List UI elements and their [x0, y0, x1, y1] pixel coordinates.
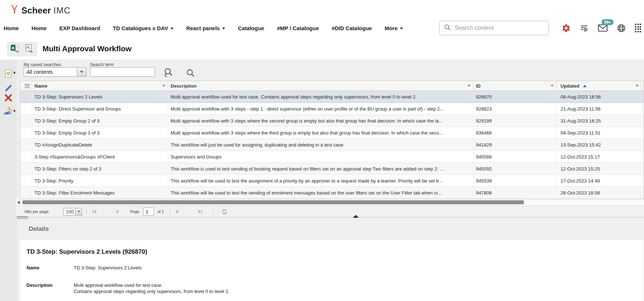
cell-name: TD 3-Step: Empty Group 3 of 3 [32, 127, 168, 139]
table-row[interactable]: TD 3-Step: Supervisors 2 Levels Multi ap… [20, 91, 644, 103]
filter-caret-icon[interactable] [162, 85, 166, 87]
messages-button[interactable]: 99+ [598, 24, 608, 32]
brand-name: Scheer [21, 5, 51, 16]
page-number-input[interactable] [143, 208, 154, 216]
select-dropdown-button[interactable] [77, 68, 86, 76]
unread-count-badge: 99+ [602, 19, 614, 25]
details-heading: TD 3-Step: Supervisors 2 Levels (926870) [27, 248, 147, 256]
saved-searches-value: All contents [24, 68, 77, 76]
delete-button[interactable] [3, 92, 14, 104]
nav-label: React panels [186, 25, 220, 31]
details-name-label: Name [27, 265, 39, 270]
next-page-button[interactable] [176, 210, 179, 213]
table-row[interactable]: TD 3-Step: Filters on step 2 of 3 This w… [20, 163, 644, 175]
nav-item-react-panels[interactable]: React panels [186, 25, 225, 31]
collapse-details-handle[interactable] [353, 215, 359, 218]
table-row[interactable]: TD 3-Step: Empty Group 2 of 3 Multi appr… [20, 115, 644, 127]
drag-handle-icon[interactable] [25, 84, 30, 88]
nav-item-td-catalogues[interactable]: TD Catalogues x DAV [113, 25, 174, 31]
cell-updated: 12-Oct-2023 15:17 [557, 151, 641, 162]
nav-item-did-catalogue[interactable]: #DID Catalogue [332, 25, 372, 31]
search-term-input[interactable] [90, 67, 155, 77]
filter-caret-icon[interactable] [467, 85, 471, 87]
settings-gear-button[interactable] [562, 24, 571, 33]
column-header-updated[interactable]: Updated [557, 81, 641, 91]
submenu-arrow-icon[interactable] [14, 71, 16, 74]
cell-name: TD 3-Step: Filters on step 2 of 3 [32, 163, 168, 174]
search-button[interactable] [186, 68, 195, 79]
table-row[interactable]: TD 3-Step: Empty Group 3 of 3 Multi appr… [20, 127, 644, 139]
cell-id: 936466 [473, 127, 557, 139]
saved-searches-label: My saved searches [24, 62, 61, 67]
scrollbar-thumb[interactable] [23, 200, 524, 204]
cell-updated: 12-Oct-2023 15:25 [557, 163, 641, 174]
nav-item-more[interactable]: More [384, 25, 403, 31]
cell-name: TD 3-Step: Priority [32, 175, 168, 186]
cell-status [641, 151, 644, 162]
table-row[interactable]: TD 3-Step: Priority This workflow will b… [20, 175, 644, 187]
scheer-logo-icon [10, 4, 19, 16]
app-launcher-grid-button[interactable] [635, 24, 641, 32]
refresh-button[interactable] [221, 209, 228, 215]
export-excel-button[interactable] [10, 44, 20, 55]
cell-id: 945539 [473, 175, 557, 186]
cell-description: Multi approval workflow with 3 steps whe… [168, 115, 473, 127]
cell-description: Multi approval workflow used for test ca… [168, 91, 473, 103]
last-page-button[interactable] [199, 210, 202, 213]
cell-name: TD 3-Step: Filter Enrolment Messages [32, 187, 168, 198]
column-header-name[interactable]: Name [32, 81, 168, 91]
first-page-button[interactable] [93, 210, 96, 213]
separator [213, 209, 213, 214]
hits-per-page-select[interactable]: 100 [63, 208, 82, 216]
hits-per-page-label: Hits per page: [25, 209, 49, 214]
page-of-label: of 1 [157, 209, 164, 214]
cell-name: TD 3-Step: Empty Group 2 of 3 [32, 115, 168, 127]
saved-searches-select[interactable]: All contents [24, 67, 86, 77]
column-header-id[interactable]: ID [473, 81, 557, 91]
details-description-label: Description [27, 282, 53, 288]
saved-search-list-button[interactable] [580, 24, 589, 33]
search-term-label: Search term [90, 62, 114, 67]
nav-item-home-1[interactable]: Home [4, 25, 19, 31]
cell-id: 928823 [473, 103, 557, 115]
scroll-left-arrow[interactable] [17, 201, 20, 204]
cell-description: Multi approval workflow with 3 steps whe… [168, 127, 473, 139]
chevron-down-icon [171, 28, 174, 29]
horizontal-scrollbar[interactable] [16, 199, 644, 206]
splitter-grip[interactable] [17, 216, 28, 219]
reset-search-button[interactable] [163, 67, 174, 80]
description-line: Multi approval workflow used for test ca… [74, 282, 229, 289]
column-header-description[interactable]: Description [168, 81, 473, 91]
nav-item-catalogue[interactable]: Catalogue [238, 25, 264, 31]
nav-label: TD Catalogues x DAV [113, 25, 168, 31]
permissions-hand-key-button[interactable] [3, 105, 14, 117]
select-dropdown-button[interactable] [75, 208, 82, 215]
cell-id: 945092 [473, 163, 557, 174]
table-row[interactable]: TD 3-Step: Filter Enrolment Messages Thi… [20, 187, 644, 199]
previous-page-button[interactable] [116, 210, 118, 213]
language-globe-button[interactable] [617, 24, 626, 33]
chevron-down-icon [400, 28, 403, 29]
table-row[interactable]: TD #AssignDuplicateDelete This workflow … [20, 139, 644, 151]
search-input[interactable] [455, 25, 544, 31]
details-section-title: Details [29, 225, 49, 233]
nav-item-exp-dashboard[interactable]: EXP Dashboard [59, 25, 100, 31]
export-document-button[interactable]: a, [24, 44, 34, 55]
filter-caret-icon[interactable] [550, 85, 554, 87]
nav-item-mp-catalogue[interactable]: #MP / Catalogue [277, 25, 319, 31]
brand-logo[interactable]: Scheer IMC [10, 4, 70, 16]
global-search-box[interactable] [439, 21, 549, 35]
filter-caret-icon[interactable] [635, 85, 639, 87]
details-description-value: Multi approval workflow used for test ca… [74, 282, 229, 294]
search-icon [444, 24, 451, 32]
new-item-button[interactable] [3, 68, 14, 79]
cell-description: This workflow will be used to test the a… [168, 175, 473, 186]
submenu-arrow-icon[interactable] [14, 109, 16, 112]
table-row[interactable]: TD 3-Step: Direct Supervisor and Groups … [20, 103, 644, 115]
nav-item-home-2[interactable]: Home [32, 25, 47, 31]
cell-status [641, 187, 644, 198]
table-row[interactable]: 3-Step #Supervisors&Groups #FClient Supe… [20, 151, 644, 163]
row-handle-header[interactable] [20, 81, 32, 91]
cell-updated: 08-Aug-2023 16:56 [557, 91, 641, 103]
cell-name: TD 3-Step: Direct Supervisor and Groups [32, 103, 168, 115]
